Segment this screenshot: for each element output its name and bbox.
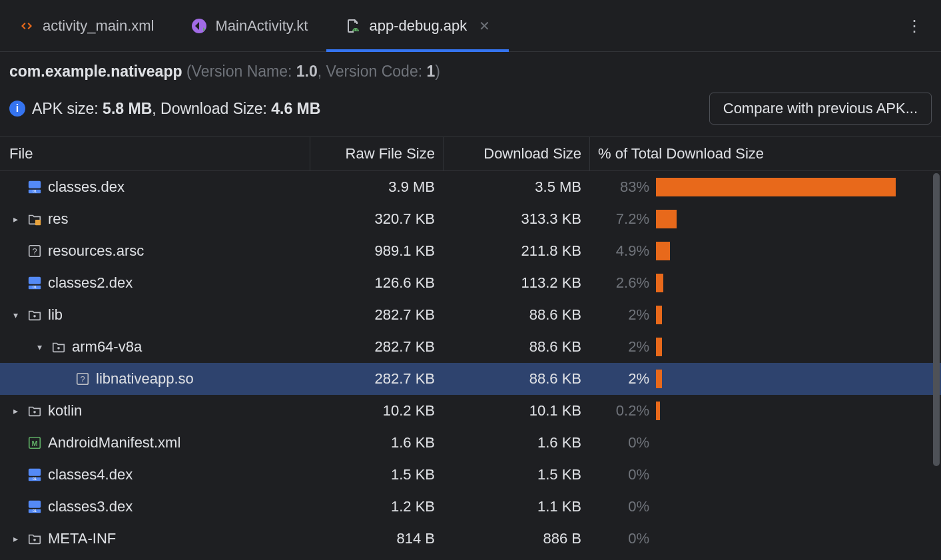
chevron-down-icon[interactable]: ▾ [33, 342, 45, 352]
raw-size: 3.9 MB [310, 178, 443, 196]
percent-value: 0.2% [589, 402, 656, 420]
percent-bar [656, 274, 663, 292]
svg-rect-22 [29, 501, 41, 508]
download-size: 886 B [443, 530, 589, 547]
percent-bar [656, 370, 662, 388]
file-name: arm64-v8a [72, 338, 142, 356]
download-size: 1.5 KB [443, 466, 589, 483]
file-row[interactable]: 01 classes4.dex 1.5 KB 1.5 KB 0% [0, 459, 941, 491]
folder-lib-icon [27, 307, 43, 323]
col-pct-header[interactable]: % of Total Download Size [589, 137, 932, 170]
close-icon[interactable]: ✕ [479, 18, 490, 34]
percent-value: 2% [589, 370, 656, 388]
percent-bar-cell [656, 529, 932, 548]
svg-text:01: 01 [33, 189, 37, 193]
percent-bar-cell [656, 497, 932, 516]
raw-size: 989.1 KB [310, 242, 443, 260]
percent-value: 7.2% [589, 210, 656, 228]
manifest-icon: M [27, 435, 43, 451]
apk-header: com.example.nativeapp (Version Name: 1.0… [0, 52, 941, 137]
file-row[interactable]: 01 classes3.dex 1.2 KB 1.1 KB 0% [0, 491, 941, 523]
file-name: META-INF [48, 530, 116, 547]
percent-bar-cell [656, 338, 932, 356]
tabs-overflow-menu[interactable]: ⋮ [888, 17, 941, 35]
percent-bar-cell [656, 274, 932, 292]
file-row[interactable]: ? libnativeapp.so 282.7 KB 88.6 KB 2% [0, 363, 941, 395]
percent-value: 2.6% [589, 274, 656, 292]
raw-size: 282.7 KB [310, 370, 443, 388]
download-size: 1.1 KB [443, 498, 589, 515]
percent-bar [656, 338, 662, 356]
editor-tabs: activity_main.xml MainActivity.kt app-de… [0, 0, 941, 52]
file-name: lib [48, 306, 63, 324]
tab-label: MainActivity.kt [215, 17, 308, 35]
scrollbar-thumb[interactable] [933, 173, 940, 466]
percent-bar-cell [656, 210, 932, 228]
file-row[interactable]: ▾ lib 282.7 KB 88.6 KB 2% [0, 299, 941, 331]
file-row[interactable]: ▾ arm64-v8a 282.7 KB 88.6 KB 2% [0, 331, 941, 363]
kotlin-class-icon [191, 18, 207, 34]
col-raw-header[interactable]: Raw File Size [310, 137, 443, 170]
download-size: 211.8 KB [443, 242, 589, 260]
tab-label: app-debug.apk [369, 17, 467, 35]
table-header: File Raw File Size Download Size % of To… [0, 137, 941, 171]
file-row[interactable]: ▸ res 320.7 KB 313.3 KB 7.2% [0, 203, 941, 235]
size-summary: APK size: 5.8 MB, Download Size: 4.6 MB [32, 100, 703, 118]
editor-tab[interactable]: activity_main.xml [0, 0, 172, 51]
svg-text:?: ? [80, 374, 85, 384]
file-row[interactable]: 01 classes.dex 3.9 MB 3.5 MB 83% [0, 171, 941, 203]
package-name: com.example.nativeapp [9, 63, 182, 80]
scrollbar[interactable] [933, 173, 940, 557]
percent-bar-cell [656, 402, 932, 420]
col-download-header[interactable]: Download Size [443, 137, 589, 170]
file-row[interactable]: ▸ kotlin 10.2 KB 10.1 KB 0.2% [0, 395, 941, 427]
percent-bar-cell [656, 178, 932, 196]
folder-lib-icon [27, 531, 43, 547]
editor-tab[interactable]: MainActivity.kt [172, 0, 326, 51]
raw-size: 1.2 KB [310, 498, 443, 515]
file-name: res [48, 210, 69, 228]
percent-value: 0% [589, 466, 656, 483]
tab-label: activity_main.xml [43, 17, 154, 35]
download-size: 3.5 MB [443, 178, 589, 196]
col-file-header[interactable]: File [9, 145, 310, 162]
chevron-right-icon[interactable]: ▸ [9, 406, 21, 416]
percent-value: 4.9% [589, 242, 656, 260]
folder-res-icon [27, 211, 43, 227]
file-name: AndroidManifest.xml [48, 434, 180, 451]
percent-bar-cell [656, 433, 932, 452]
svg-point-12 [33, 315, 36, 318]
raw-size: 282.7 KB [310, 338, 443, 356]
raw-size: 1.5 KB [310, 466, 443, 483]
percent-value: 83% [589, 178, 656, 196]
unknown-icon: ? [27, 243, 43, 259]
chevron-down-icon[interactable]: ▾ [9, 310, 21, 320]
file-row[interactable]: ? resources.arsc 989.1 KB 211.8 KB 4.9% [0, 235, 941, 267]
percent-value: 0% [589, 530, 656, 547]
svg-text:01: 01 [33, 285, 37, 289]
percent-bar [656, 242, 670, 260]
download-size: 113.2 KB [443, 274, 589, 292]
compare-apk-button[interactable]: Compare with previous APK... [709, 93, 932, 125]
chevron-right-icon[interactable]: ▸ [9, 533, 21, 544]
file-row[interactable]: ▸ META-INF 814 B 886 B 0% [0, 523, 941, 555]
percent-bar-cell [656, 242, 932, 260]
dex-icon: 01 [27, 499, 43, 515]
download-size: 10.1 KB [443, 402, 589, 420]
svg-text:M: M [31, 439, 37, 447]
percent-bar [656, 402, 660, 420]
info-icon: i [9, 101, 25, 117]
raw-size: 320.7 KB [310, 210, 443, 228]
file-row[interactable]: 01 classes2.dex 126.6 KB 113.2 KB 2.6% [0, 267, 941, 299]
percent-value: 0% [589, 434, 656, 451]
chevron-right-icon[interactable]: ▸ [9, 214, 21, 224]
editor-tab[interactable]: app-debug.apk✕ [326, 0, 509, 51]
file-row[interactable]: M AndroidManifest.xml 1.6 KB 1.6 KB 0% [0, 427, 941, 459]
unknown-icon: ? [75, 371, 91, 387]
svg-point-16 [33, 411, 36, 414]
percent-bar-cell [656, 370, 932, 388]
svg-point-1 [354, 29, 356, 31]
dex-icon: 01 [27, 275, 43, 291]
raw-size: 126.6 KB [310, 274, 443, 292]
svg-text:01: 01 [33, 477, 37, 481]
